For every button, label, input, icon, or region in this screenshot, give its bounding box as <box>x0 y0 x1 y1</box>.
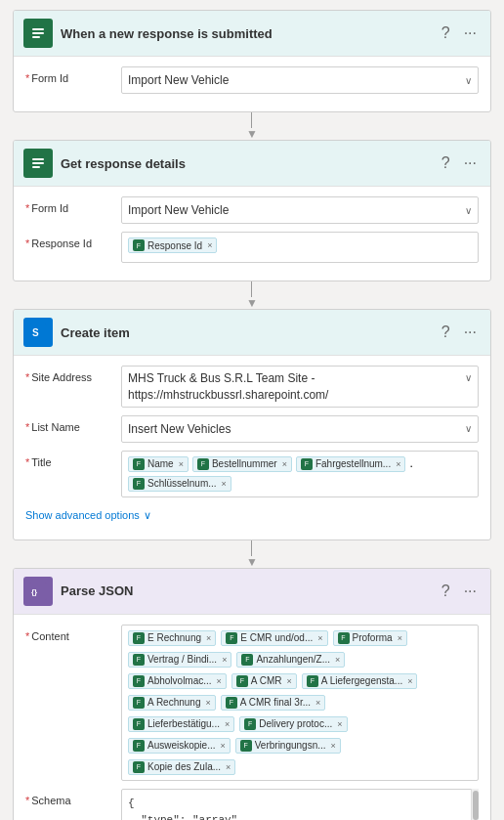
tag-text-anzahlungen: Anzahlungen/Z... <box>256 654 330 665</box>
svg-rect-5 <box>32 158 44 160</box>
trigger-more-btn[interactable]: ··· <box>460 22 481 44</box>
tag-close-verbringung[interactable]: × <box>331 741 336 751</box>
tag-close-acmrfinal[interactable]: × <box>315 698 320 708</box>
create-item-more-btn[interactable]: ··· <box>460 322 481 343</box>
connector-arrow-2: ▼ <box>246 297 258 309</box>
title-tags-field[interactable]: F Name × F Bestellnummer × F Fahrgestell… <box>121 451 479 497</box>
content-tags-field[interactable]: F E Rechnung × F E CMR und/od... × F Pro… <box>121 625 479 781</box>
get-response-more-btn[interactable]: ··· <box>460 152 481 174</box>
list-name-label: List Name <box>25 415 113 433</box>
tag-close-fahrgestell[interactable]: × <box>396 459 400 469</box>
connector-arrow-1: ▼ <box>246 128 258 140</box>
create-item-title: Create item <box>61 325 430 340</box>
response-id-field[interactable]: F Response Id × <box>121 232 479 263</box>
schema-row: Schema { "type": "array", "items": { "ty… <box>25 789 479 820</box>
list-name-row: List Name Insert New Vehicles ∨ <box>25 415 479 443</box>
tag-text-aliefergeg: A Liefergegenstа... <box>321 675 402 686</box>
get-response-help-btn[interactable]: ? <box>438 152 454 174</box>
content-tag-vertrag: F Vertrag / Bindi... × <box>128 652 231 668</box>
tag-icon-proforma: F <box>338 632 350 644</box>
tag-close-name[interactable]: × <box>179 459 184 469</box>
advanced-options-link[interactable]: Show advanced options ∨ <box>25 509 151 522</box>
trigger-title: When a new response is submitted <box>61 26 430 41</box>
tag-icon-name: F <box>133 458 145 470</box>
tag-close-arechnung[interactable]: × <box>206 698 211 708</box>
trigger-help-btn[interactable]: ? <box>438 22 454 44</box>
title-tag-fahrgestell: F Fahrgestellnum... × <box>296 456 406 472</box>
tag-close-kopie[interactable]: × <box>226 762 231 772</box>
title-row: Title F Name × F Bestellnummer × F Fahrg <box>25 451 479 497</box>
get-response-form-id-label: Form Id <box>25 196 113 214</box>
tag-icon-erechnung: F <box>133 632 145 644</box>
parse-json-actions: ? ··· <box>438 581 481 602</box>
tag-icon-aliefergeg: F <box>307 675 318 687</box>
tag-close-proforma[interactable]: × <box>398 633 402 643</box>
tag-text-proforma: Proforma <box>353 632 393 643</box>
tag-close-erechnung[interactable]: × <box>206 633 211 643</box>
parse-json-icon: {} <box>23 577 53 606</box>
schema-container: { "type": "array", "items": { "type": "o… <box>121 789 479 820</box>
trigger-card: When a new response is submitted ? ··· F… <box>13 10 491 112</box>
svg-text:{}: {} <box>31 587 37 596</box>
title-dot-separator: . <box>407 454 414 472</box>
response-id-tag-close[interactable]: × <box>207 240 212 250</box>
content-tag-acmrfinal: F A CMR final 3r... × <box>221 695 326 711</box>
site-address-field[interactable]: MHS Truck & Bus S.R.L Team Site - https:… <box>121 366 479 408</box>
tag-close-delivery[interactable]: × <box>337 719 342 729</box>
tag-text-lieferbestat: Lieferbestätigu... <box>147 718 220 729</box>
tag-icon-lieferbestat: F <box>133 718 145 730</box>
tag-close-ecmr[interactable]: × <box>317 633 322 643</box>
tag-close-lieferbestat[interactable]: × <box>225 719 230 729</box>
get-response-form-id-row: Form Id Import New Vehicle ∨ <box>25 196 479 224</box>
parse-json-header: {} Parse JSON ? ··· <box>14 569 490 615</box>
tag-close-schluessel[interactable]: × <box>222 479 227 489</box>
response-id-row: Response Id F Response Id × <box>25 232 479 263</box>
tag-text-abhol: Abholvolmac... <box>147 675 212 686</box>
schema-scrollbar[interactable] <box>471 789 479 820</box>
content-tag-abhol: F Abholvolmac... × <box>128 673 227 689</box>
form-id-field[interactable]: Import New Vehicle ∨ <box>121 66 479 94</box>
get-response-body: Form Id Import New Vehicle ∨ Response Id… <box>14 187 490 281</box>
parse-json-help-btn[interactable]: ? <box>438 581 454 602</box>
content-tag-proforma: F Proforma × <box>333 630 407 646</box>
schema-field[interactable]: { "type": "array", "items": { "type": "o… <box>121 789 479 820</box>
get-response-title: Get response details <box>61 156 430 171</box>
tag-close-abhol[interactable]: × <box>217 676 222 686</box>
tag-icon-vertrag: F <box>133 654 145 666</box>
tag-icon-delivery: F <box>244 718 256 730</box>
connector-3: ▼ <box>246 540 258 568</box>
create-item-header: S Create item ? ··· <box>14 310 490 356</box>
advanced-options-chevron: ∨ <box>144 509 151 522</box>
dropdown-arrow-icon: ∨ <box>465 75 472 86</box>
list-name-field[interactable]: Insert New Vehicles ∨ <box>121 415 479 443</box>
get-response-card: Get response details ? ··· Form Id Impor… <box>13 140 491 281</box>
tag-close-anzahlungen[interactable]: × <box>335 655 340 665</box>
create-item-help-btn[interactable]: ? <box>438 322 454 343</box>
tag-icon-anzahlungen: F <box>241 654 253 666</box>
tag-close-aliefergeg[interactable]: × <box>407 676 412 686</box>
parse-json-more-btn[interactable]: ··· <box>460 581 481 602</box>
tag-text-schluessel: Schlüsselnum... <box>147 478 217 489</box>
tag-close-acmr[interactable]: × <box>287 676 292 686</box>
get-response-form-id-field[interactable]: Import New Vehicle ∨ <box>121 196 479 224</box>
title-tag-bestellnummer: F Bestellnummer × <box>192 456 292 472</box>
flow-container: When a new response is submitted ? ··· F… <box>0 0 504 820</box>
connector-line-1 <box>251 112 252 128</box>
create-item-icon: S <box>23 318 53 347</box>
tag-close-vertrag[interactable]: × <box>222 655 227 665</box>
connector-1: ▼ <box>246 112 258 140</box>
tag-icon-fahrgestell: F <box>301 458 313 470</box>
tag-text-arechnung: A Rechnung <box>147 697 201 708</box>
tag-close-ausweiskopie[interactable]: × <box>220 741 225 751</box>
content-tag-ausweiskopie: F Ausweiskopie... × <box>128 738 231 754</box>
tag-text-ecmr: E CMR und/od... <box>240 632 313 643</box>
get-response-forms-icon <box>23 149 53 178</box>
content-tag-arechnung: F A Rechnung × <box>128 695 216 711</box>
tag-icon-abhol: F <box>133 675 145 687</box>
tag-icon-ausweiskopie: F <box>133 740 145 752</box>
parse-json-body: Content F E Rechnung × F E CMR und/od...… <box>14 615 490 820</box>
trigger-card-header: When a new response is submitted ? ··· <box>14 11 490 57</box>
content-tag-aliefergeg: F A Liefergegenstа... × <box>302 673 418 689</box>
connector-2: ▼ <box>246 281 258 309</box>
tag-close-bestellnummer[interactable]: × <box>282 459 287 469</box>
